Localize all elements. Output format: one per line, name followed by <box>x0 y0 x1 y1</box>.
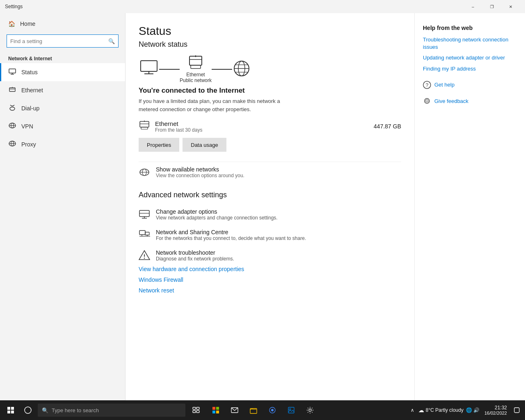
maximize-button[interactable]: ❐ <box>482 0 501 13</box>
main-content: Status Network status Et <box>126 13 414 400</box>
taskbar-time: 21:32 <box>495 405 507 411</box>
chrome-icon[interactable] <box>263 400 281 420</box>
weather-icon-tray: ☁ <box>418 407 424 413</box>
sharing-centre-icon <box>139 229 150 240</box>
sidebar-item-ethernet[interactable]: Ethernet <box>0 81 125 99</box>
sidebar-item-vpn[interactable]: VPN <box>0 117 125 135</box>
system-tray[interactable]: ∧ <box>409 400 418 420</box>
windows-firewall-link[interactable]: Windows Firewall <box>139 276 401 283</box>
sidebar-item-proxy[interactable]: Proxy <box>0 135 125 153</box>
properties-button[interactable]: Properties <box>139 138 179 152</box>
troubleshooter-title: Network troubleshooter <box>156 249 234 256</box>
app-container: 🏠 Home 🔍 Network & Internet Status Ether… <box>0 13 525 400</box>
mail-icon[interactable] <box>226 400 244 420</box>
svg-point-43 <box>144 258 145 258</box>
tray-icons: ☁ 8°C Partly cloudy <box>418 400 464 420</box>
photos-icon[interactable] <box>282 400 300 420</box>
taskbar-search-icon: 🔍 <box>42 407 48 413</box>
svg-rect-51 <box>11 411 14 413</box>
weather-text: 8°C Partly cloudy <box>426 407 463 413</box>
action-buttons: Properties Data usage <box>139 138 401 152</box>
notification-button[interactable] <box>510 400 523 420</box>
sidebar-search-wrapper[interactable]: 🔍 <box>7 34 119 48</box>
network-status-title: Network status <box>139 40 401 49</box>
svg-rect-13 <box>141 61 157 71</box>
svg-rect-37 <box>145 232 149 235</box>
give-feedback-action[interactable]: Give feedback <box>423 97 517 105</box>
sidebar-home[interactable]: 🏠 Home <box>0 16 125 31</box>
ethernet-diagram-label: Ethernet Public network <box>180 72 212 83</box>
change-adapter-icon <box>139 208 150 220</box>
svg-rect-25 <box>140 121 149 127</box>
network-tray-icon[interactable]: 🌐 <box>466 407 472 413</box>
home-icon: 🏠 <box>8 21 15 27</box>
help-panel: Help from the web Troubleshooting networ… <box>414 13 525 400</box>
ethernet-row-name: Ethernet <box>155 120 369 127</box>
ethernet-icon <box>8 85 16 95</box>
settings-icon[interactable] <box>301 400 319 420</box>
svg-rect-58 <box>216 407 219 410</box>
search-input[interactable] <box>10 38 105 44</box>
sidebar-item-label-dialup: Dial-up <box>21 105 39 112</box>
svg-rect-55 <box>193 411 196 413</box>
taskbar-right: ∧ ☁ 8°C Partly cloudy 🌐 🔊 21:32 16/02/20… <box>409 400 523 420</box>
network-reset-link[interactable]: Network reset <box>139 287 401 294</box>
available-networks-row[interactable]: Show available networks View the connect… <box>139 162 401 183</box>
vpn-icon <box>8 121 16 131</box>
sidebar-search-container: 🔍 <box>0 31 125 52</box>
sharing-centre-title: Network and Sharing Centre <box>156 229 306 235</box>
minimize-button[interactable]: – <box>463 0 482 13</box>
svg-rect-48 <box>7 407 10 410</box>
get-help-action[interactable]: ? Get help <box>423 81 517 89</box>
svg-rect-53 <box>193 407 196 409</box>
globe-icon <box>232 59 251 80</box>
sharing-centre-row[interactable]: Network and Sharing Centre For the netwo… <box>139 225 401 245</box>
get-help-label: Get help <box>434 82 454 88</box>
volume-tray-icon[interactable]: 🔊 <box>473 407 479 413</box>
explorer-icon[interactable] <box>244 400 262 420</box>
close-button[interactable]: ✕ <box>501 0 520 13</box>
svg-rect-36 <box>139 231 145 235</box>
svg-rect-49 <box>11 407 14 410</box>
svg-rect-19 <box>191 65 201 68</box>
svg-rect-60 <box>216 411 219 413</box>
svg-rect-68 <box>514 408 519 413</box>
sidebar-item-label-ethernet: Ethernet <box>21 87 43 94</box>
view-hardware-link[interactable]: View hardware and connection properties <box>139 266 401 272</box>
cortana-button[interactable] <box>20 400 36 420</box>
get-help-icon: ? <box>423 81 431 89</box>
home-label: Home <box>20 21 35 27</box>
taskbar-date: 16/02/2022 <box>484 411 507 415</box>
help-link-2[interactable]: Updating network adapter or driver <box>423 54 517 62</box>
sidebar-item-status[interactable]: Status <box>0 63 125 81</box>
svg-rect-59 <box>212 411 215 413</box>
available-networks-sub: View the connection options around you. <box>156 173 244 178</box>
sharing-centre-info: Network and Sharing Centre For the netwo… <box>156 229 306 241</box>
computer-icon <box>139 58 159 81</box>
task-view-button[interactable] <box>187 400 205 420</box>
store-icon[interactable] <box>207 400 225 420</box>
connected-title: You're connected to the Internet <box>139 87 401 95</box>
change-adapter-row[interactable]: Change adapter options View network adap… <box>139 204 401 225</box>
help-title: Help from the web <box>423 25 517 31</box>
taskbar-search[interactable]: 🔍 Type here to search <box>38 404 185 417</box>
ethernet-row-icon <box>139 120 150 133</box>
change-adapter-sub: View network adapters and change connect… <box>156 215 278 221</box>
taskbar-clock[interactable]: 21:32 16/02/2022 <box>481 400 510 420</box>
svg-rect-3 <box>9 88 15 91</box>
line-1 <box>159 69 180 70</box>
help-link-1[interactable]: Troubleshooting network connection issue… <box>423 36 517 51</box>
help-link-3[interactable]: Finding my IP address <box>423 65 517 73</box>
change-adapter-title: Change adapter options <box>156 208 278 215</box>
sidebar-item-dialup[interactable]: Dial-up <box>0 99 125 117</box>
data-usage-button[interactable]: Data usage <box>183 138 226 152</box>
dialup-icon <box>8 103 16 113</box>
sharing-centre-sub: For the networks that you connect to, de… <box>156 235 306 241</box>
give-feedback-label: Give feedback <box>434 98 468 104</box>
svg-rect-56 <box>196 411 199 413</box>
sidebar-item-label-proxy: Proxy <box>21 141 36 148</box>
troubleshooter-row[interactable]: Network troubleshooter Diagnose and fix … <box>139 245 401 266</box>
connected-sub: If you have a limited data plan, you can… <box>139 97 401 113</box>
start-button[interactable] <box>2 400 20 420</box>
available-networks-icon <box>139 167 150 178</box>
